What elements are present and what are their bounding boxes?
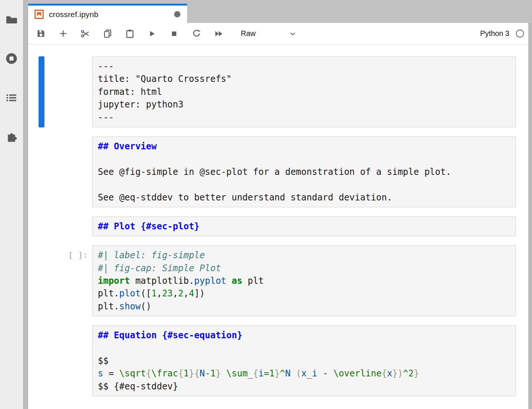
running-sessions-icon[interactable]: [5, 52, 18, 65]
tab-crossref-ipynb[interactable]: crossref.ipynb: [28, 4, 187, 23]
code-line: title: "Quarto Crossrefs": [98, 73, 510, 85]
code-line: #| fig-cap: Simple Plot: [98, 262, 510, 275]
notebook-icon: [34, 9, 44, 19]
code-line: [98, 178, 510, 191]
extension-manager-icon[interactable]: [5, 131, 18, 143]
cell-editor[interactable]: ## Plot {#sec-plot}: [92, 216, 516, 236]
cell-editor[interactable]: #| label: fig-simple#| fig-cap: Simple P…: [92, 245, 516, 316]
tab-title: crossref.ipynb: [49, 10, 99, 19]
cell-editor[interactable]: ---title: "Quarto Crossrefs"format: html…: [92, 56, 516, 127]
execution-count-prompt: [44, 216, 92, 236]
paste-cells-button[interactable]: [124, 29, 135, 39]
notebook-cells: ---title: "Quarto Crossrefs"format: html…: [28, 56, 528, 396]
cell-markdown-plot-heading[interactable]: ## Plot {#sec-plot}: [39, 216, 516, 236]
code-line: format: html: [98, 86, 510, 98]
copy-cells-button[interactable]: [102, 29, 113, 39]
code-line: import matplotlib.pyplot as plt: [98, 275, 510, 287]
notebook-toolbar: Raw Python 3: [28, 23, 528, 44]
code-line: ## Equation {#sec-equation}: [98, 329, 510, 342]
cell-editor[interactable]: ## Overview See @fig-simple in @sec-plot…: [92, 136, 516, 207]
cell-editor[interactable]: ## Equation {#sec-equation} $$s = \sqrt{…: [92, 325, 516, 396]
dock-tab-bar: crossref.ipynb: [23, 0, 532, 23]
execution-count-prompt: [44, 136, 92, 207]
left-activity-bar: [0, 0, 23, 409]
kernel-status-icon[interactable]: [515, 29, 525, 38]
chevron-down-icon: [288, 29, 297, 38]
cell-type-dropdown[interactable]: Raw: [241, 29, 297, 38]
kernel-name[interactable]: Python 3: [480, 29, 509, 38]
code-line: [98, 342, 510, 355]
sidebar-divider[interactable]: [23, 0, 28, 409]
cell-markdown-equation[interactable]: ## Equation {#sec-equation} $$s = \sqrt{…: [39, 325, 516, 396]
code-line: s = \sqrt{\frac{1}{N-1} \sum_{i=1}^N (x_…: [98, 367, 510, 380]
code-line: ## Plot {#sec-plot}: [98, 220, 510, 233]
code-line: See @fig-simple in @sec-plot for a demon…: [98, 166, 510, 178]
table-of-contents-icon[interactable]: [5, 92, 18, 104]
restart-run-all-button[interactable]: [213, 29, 224, 39]
insert-cell-button[interactable]: [58, 29, 68, 39]
code-line: #| label: fig-simple: [98, 249, 510, 262]
window-edge: [528, 23, 532, 409]
execution-count-prompt: [44, 325, 92, 396]
unsaved-changes-indicator[interactable]: [174, 11, 180, 17]
cell-collapser[interactable]: [39, 245, 44, 316]
cell-type-value: Raw: [241, 29, 256, 38]
code-line: $$: [98, 355, 510, 367]
cell-raw-frontmatter[interactable]: ---title: "Quarto Crossrefs"format: html…: [39, 56, 516, 127]
notebook-panel: ---title: "Quarto Crossrefs"format: html…: [28, 44, 528, 409]
execution-count-prompt: [44, 56, 92, 127]
save-button[interactable]: [36, 29, 46, 39]
code-line: ## Overview: [98, 140, 510, 153]
file-browser-icon[interactable]: [5, 13, 18, 26]
restart-kernel-button[interactable]: [191, 29, 202, 39]
code-line: $$ {#eq-stddev}: [98, 380, 510, 393]
run-cell-button[interactable]: [147, 29, 157, 39]
code-line: See @eq-stddev to better understand stan…: [98, 191, 510, 204]
cell-collapser[interactable]: [39, 136, 44, 207]
execution-count-prompt: [ ]:: [44, 245, 92, 316]
code-line: plt.plot([1,23,2,4]): [98, 287, 510, 300]
cell-markdown-overview[interactable]: ## Overview See @fig-simple in @sec-plot…: [39, 136, 516, 207]
code-line: jupyter: python3: [98, 98, 510, 111]
cell-collapser[interactable]: [39, 216, 44, 236]
interrupt-kernel-button[interactable]: [169, 29, 179, 39]
code-line: plt.show(): [98, 300, 510, 313]
cut-cells-button[interactable]: [80, 29, 90, 39]
code-line: ---: [98, 111, 510, 124]
cell-collapser[interactable]: [39, 56, 44, 127]
code-line: ---: [98, 60, 510, 73]
cell-collapser[interactable]: [39, 325, 44, 396]
code-line: [98, 153, 510, 165]
cell-code-simple-plot[interactable]: [ ]:#| label: fig-simple#| fig-cap: Simp…: [39, 245, 516, 316]
